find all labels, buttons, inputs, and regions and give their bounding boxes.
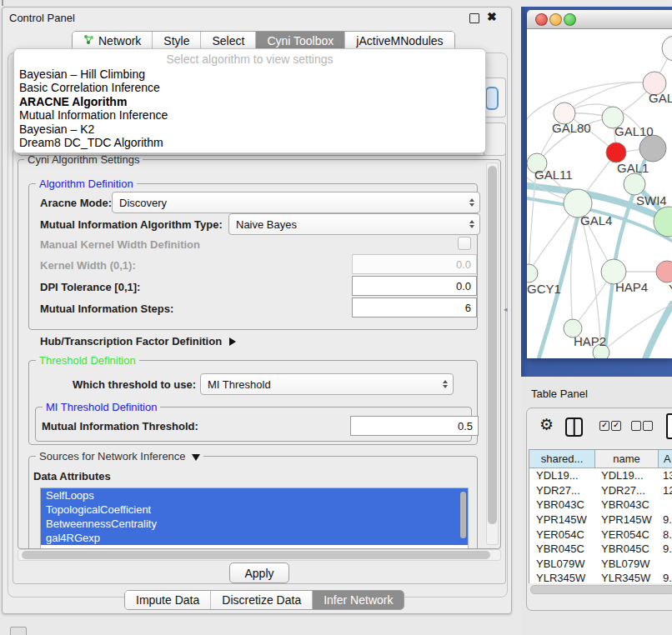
attribute-list-item[interactable]: SelfLoops bbox=[41, 488, 468, 502]
table-panel-title: Table Panel bbox=[531, 388, 588, 400]
attribute-list-item[interactable]: gal4RGexp bbox=[41, 531, 468, 545]
settings-scrollbar[interactable] bbox=[486, 162, 499, 545]
unchecked-box-icon[interactable] bbox=[643, 421, 653, 431]
table-header-shared-name[interactable]: shared... bbox=[529, 450, 595, 468]
table-row[interactable]: YDR27...YDR27...12 bbox=[529, 483, 672, 498]
table-header-name[interactable]: name bbox=[595, 450, 659, 468]
table-cell[interactable]: YBL079W bbox=[594, 558, 658, 570]
sources-group-title[interactable]: Sources for Network Inference bbox=[36, 450, 203, 462]
network-node[interactable] bbox=[527, 264, 538, 282]
network-node[interactable] bbox=[624, 173, 645, 195]
checked-box-icon[interactable]: ✓ bbox=[611, 421, 621, 431]
table-row[interactable]: YBR045CYBR045C9. bbox=[529, 542, 672, 557]
algorithm-option[interactable]: Dream8 DC_TDC Algorithm bbox=[14, 136, 485, 149]
hub-definition-expander[interactable]: Hub/Transcription Factor Definition bbox=[40, 335, 236, 348]
table-row[interactable]: YER054CYER054C8. bbox=[529, 527, 672, 542]
apply-button[interactable]: Apply bbox=[229, 562, 289, 583]
settings-hscrollbar-thumb[interactable] bbox=[22, 551, 490, 559]
checked-box-icon[interactable]: ✓ bbox=[599, 421, 609, 431]
table-cell[interactable]: YPR145W bbox=[529, 513, 594, 526]
table-row[interactable]: YPR145WYPR145W9. bbox=[529, 512, 672, 528]
tab-cyni-toolbox[interactable]: Cyni Toolbox bbox=[255, 32, 344, 50]
algorithm-dropdown[interactable]: Select algorithm to view settings Bayesi… bbox=[13, 48, 486, 153]
attribute-list-item[interactable]: TopologicalCoefficient bbox=[41, 502, 468, 517]
manual-kernel-checkbox[interactable] bbox=[458, 237, 471, 250]
kernel-width-field[interactable]: 0.0 bbox=[352, 254, 477, 274]
tab-discretize-data[interactable]: Discretize Data bbox=[210, 591, 312, 609]
network-node[interactable] bbox=[639, 135, 666, 162]
table-cell[interactable]: YDL19... bbox=[594, 469, 658, 482]
table-cell[interactable]: 9. bbox=[658, 542, 672, 555]
float-icon[interactable] bbox=[469, 13, 479, 23]
table-cell[interactable]: YER054C bbox=[594, 528, 658, 541]
network-window-titlebar[interactable] bbox=[527, 10, 672, 29]
table-cell[interactable]: 8. bbox=[658, 528, 672, 541]
mi-threshold-field[interactable]: 0.5 bbox=[350, 416, 479, 436]
settings-scrollbar-thumb[interactable] bbox=[488, 166, 497, 524]
network-node[interactable] bbox=[656, 261, 672, 282]
mi-type-combobox[interactable]: Naive Bayes bbox=[228, 213, 480, 235]
network-node[interactable] bbox=[662, 36, 672, 61]
table-cell[interactable]: 9. bbox=[658, 513, 672, 526]
network-icon bbox=[83, 34, 94, 48]
data-attributes-list: SelfLoopsTopologicalCoefficientBetweenne… bbox=[40, 488, 469, 549]
table-cell[interactable]: YLR345W bbox=[594, 572, 658, 583]
settings-hscrollbar[interactable] bbox=[18, 549, 501, 561]
columns-icon[interactable] bbox=[565, 418, 583, 437]
algorithm-option[interactable]: Bayesian – Hill Climbing bbox=[14, 68, 485, 81]
expand-right-icon bbox=[229, 338, 236, 346]
table-header-col3[interactable]: A bbox=[659, 450, 672, 468]
mac-zoom-icon[interactable] bbox=[564, 13, 576, 26]
table-cell[interactable]: YBL079W bbox=[529, 558, 594, 570]
aracne-mode-combobox[interactable]: Discovery bbox=[112, 192, 480, 213]
tab-select[interactable]: Select bbox=[200, 32, 255, 50]
tab-impute-data[interactable]: Impute Data bbox=[125, 591, 210, 609]
table-cell[interactable]: YDL19... bbox=[529, 469, 594, 482]
gear-icon[interactable]: ⚙ bbox=[539, 417, 554, 433]
network-graph[interactable]: GALGAL80GAL10GAL1GAL11SWI4GAL4GCY1HAP4YH… bbox=[527, 29, 672, 358]
table-row[interactable]: YBR043CYBR043C bbox=[529, 498, 672, 512]
table-cell[interactable]: YBR045C bbox=[529, 542, 594, 555]
table-cell[interactable]: 9. bbox=[658, 572, 672, 583]
tab-network[interactable]: Network bbox=[73, 32, 152, 50]
tab-jactivemnodules[interactable]: jActiveMNodules bbox=[344, 32, 454, 50]
which-threshold-label: Which threshold to use: bbox=[73, 378, 196, 391]
close-icon[interactable]: ✖ bbox=[487, 10, 497, 23]
table-row[interactable]: YLR345WYLR345W9. bbox=[529, 571, 672, 583]
table-cell[interactable]: YER054C bbox=[529, 528, 594, 541]
table-cell[interactable]: YDR27... bbox=[594, 484, 658, 497]
attribute-list-item[interactable]: BetweennessCentrality bbox=[41, 517, 468, 531]
mac-close-icon[interactable] bbox=[535, 13, 548, 26]
mac-minimize-icon[interactable] bbox=[549, 13, 562, 26]
table-cell[interactable]: YBR043C bbox=[594, 498, 658, 511]
network-edge[interactable] bbox=[645, 304, 672, 358]
dpi-tolerance-field[interactable]: 0.0 bbox=[352, 276, 477, 296]
table-row[interactable]: YDL19...YDL19...13 bbox=[529, 468, 672, 483]
tab-infer-network[interactable]: Infer Network bbox=[312, 591, 404, 609]
algorithm-option[interactable]: Bayesian – K2 bbox=[14, 122, 485, 136]
table-hscrollbar[interactable] bbox=[530, 585, 672, 594]
collapsed-panel-button[interactable] bbox=[10, 627, 27, 635]
algorithm-option[interactable]: Mutual Information Inference bbox=[14, 108, 485, 122]
table-cell[interactable]: 12 bbox=[658, 484, 672, 497]
tab-style[interactable]: Style bbox=[152, 32, 200, 50]
table-cell[interactable]: YDR27... bbox=[529, 484, 594, 497]
which-threshold-combobox[interactable]: MI Threshold bbox=[200, 373, 454, 395]
list-scrollbar-thumb[interactable] bbox=[460, 492, 466, 538]
table-cell[interactable]: YBR043C bbox=[529, 498, 594, 511]
table-row[interactable]: YBL079WYBL079W bbox=[529, 557, 672, 572]
panel-splitter-handle[interactable]: ◂ bbox=[504, 305, 508, 313]
table-cell[interactable]: YPR145W bbox=[594, 513, 658, 526]
table-cell[interactable]: 13 bbox=[658, 469, 672, 482]
algorithm-option[interactable]: ARACNE Algorithm bbox=[14, 95, 485, 108]
document-icon[interactable] bbox=[666, 413, 672, 439]
network-canvas[interactable]: GALGAL80GAL10GAL1GAL11SWI4GAL4GCY1HAP4YH… bbox=[527, 29, 672, 358]
table-cell[interactable]: YBR045C bbox=[594, 542, 658, 555]
algorithm-option[interactable]: Basic Correlation Inference bbox=[14, 81, 485, 94]
network-node[interactable] bbox=[606, 142, 626, 162]
list-scrollbar[interactable] bbox=[459, 490, 467, 543]
table-cell[interactable]: YLR345W bbox=[529, 572, 594, 583]
mi-steps-field[interactable]: 6 bbox=[352, 298, 477, 318]
unchecked-box-icon[interactable] bbox=[631, 421, 641, 431]
dpi-tolerance-value: 0.0 bbox=[456, 280, 471, 292]
